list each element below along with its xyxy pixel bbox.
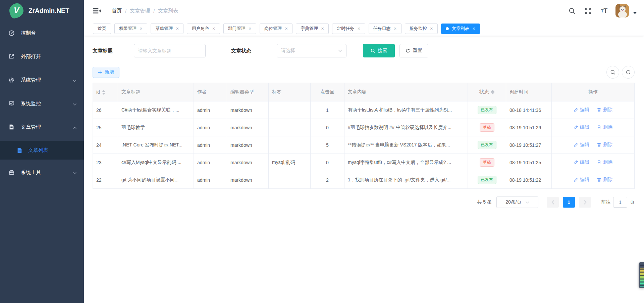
chevron-right-icon xyxy=(584,200,587,205)
chevron-left-icon xyxy=(551,200,554,205)
level-meter-widget[interactable] xyxy=(639,262,644,288)
chevron-down-icon xyxy=(73,170,76,175)
table-tools xyxy=(606,66,635,79)
article-status-select[interactable]: 请选择 xyxy=(277,44,346,57)
breadcrumb-item: 文章列表 xyxy=(158,8,178,14)
delete-button[interactable]: 删除 xyxy=(597,142,612,148)
chevron-up-icon xyxy=(73,124,76,130)
edit-button[interactable]: 编辑 xyxy=(574,124,589,130)
close-icon[interactable]: ✕ xyxy=(249,27,252,31)
monitor-icon xyxy=(8,100,15,107)
page-number-button[interactable]: 1 xyxy=(563,197,575,208)
sidebar-item-article[interactable]: 文章管理 xyxy=(0,118,84,136)
page-label: 页 xyxy=(630,199,635,205)
cell-editor: markdown xyxy=(227,171,269,189)
tab-label: 用户角色 xyxy=(192,26,209,32)
tab-label: 部门管理 xyxy=(228,26,246,32)
avatar[interactable] xyxy=(615,4,629,17)
column-header-status[interactable]: 状态 xyxy=(468,83,506,101)
close-icon[interactable]: ✕ xyxy=(321,27,324,31)
sort-icon[interactable] xyxy=(102,90,105,95)
edit-button[interactable]: 编辑 xyxy=(574,142,589,148)
delete-button[interactable]: 删除 xyxy=(597,159,612,165)
edit-button[interactable]: 编辑 xyxy=(574,107,589,113)
tab[interactable]: 菜单管理 ✕ xyxy=(151,24,183,34)
close-icon[interactable]: ✕ xyxy=(212,27,215,31)
search-icon[interactable] xyxy=(569,7,576,14)
delete-button[interactable]: 删除 xyxy=(597,124,612,130)
user-menu-caret-icon[interactable] xyxy=(633,12,637,16)
tab[interactable]: 字典管理 ✕ xyxy=(296,24,329,34)
tab[interactable]: 定时任务 ✕ xyxy=(332,24,365,34)
trash-icon xyxy=(597,142,601,147)
table-row: 26 C#两个list集合实现关联，... admin markdown 1 有… xyxy=(93,101,635,119)
cell-hits: 0 xyxy=(311,119,344,136)
tab[interactable]: 服务监控 ✕ xyxy=(405,24,438,34)
cell-created: 08-18 14:41:36 xyxy=(506,101,552,119)
edit-button[interactable]: 编辑 xyxy=(574,159,589,165)
column-header-id[interactable]: id xyxy=(93,83,118,101)
article-title-input[interactable] xyxy=(134,44,206,57)
sidebar: V ZrAdmin.NET 控制台 外部打开 系统管理 xyxy=(0,0,84,303)
sidebar-item-external[interactable]: 外部打开 xyxy=(0,47,84,66)
sort-icon[interactable] xyxy=(491,90,494,94)
close-icon[interactable]: ✕ xyxy=(285,27,288,31)
sidebar-item-label: 系统管理 xyxy=(21,77,73,83)
sidebar-item-article-list[interactable]: 文章列表 xyxy=(0,141,84,160)
cell-hits: 0 xyxy=(311,154,344,171)
sidebar-item-tools[interactable]: 系统工具 xyxy=(0,163,84,182)
close-icon[interactable]: ✕ xyxy=(140,27,143,31)
sidebar-item-label: 文章管理 xyxy=(21,124,73,130)
sidebar-item-system[interactable]: 系统管理 xyxy=(0,71,84,89)
cell-tag: mysql,乱码 xyxy=(269,154,311,171)
edit-icon xyxy=(574,125,578,130)
breadcrumb: 首页 / 文章管理 / 文章列表 xyxy=(112,8,178,14)
status-badge: 草稿 xyxy=(480,158,494,166)
cell-editor: markdown xyxy=(227,119,269,136)
search-button[interactable]: 搜索 xyxy=(363,44,395,57)
edit-button[interactable]: 编辑 xyxy=(574,177,589,183)
status-badge: 已发布 xyxy=(478,106,496,114)
delete-button[interactable]: 删除 xyxy=(597,177,612,183)
reset-button[interactable]: 重置 xyxy=(399,44,428,57)
collapse-sidebar-icon[interactable] xyxy=(93,8,101,14)
tab[interactable]: 权限管理 ✕ xyxy=(114,24,147,34)
close-icon[interactable]: ✕ xyxy=(472,27,475,31)
close-icon[interactable]: ✕ xyxy=(430,27,433,31)
breadcrumb-home[interactable]: 首页 xyxy=(112,8,122,14)
text-size-icon[interactable]: TT xyxy=(601,7,607,14)
close-icon[interactable]: ✕ xyxy=(176,27,179,31)
tab[interactable]: 首页 ✕ xyxy=(93,24,111,34)
tab[interactable]: 部门管理 ✕ xyxy=(223,24,256,34)
cell-tag xyxy=(269,119,311,136)
cell-id: 24 xyxy=(93,136,118,154)
sidebar-item-monitor[interactable]: 系统监控 xyxy=(0,94,84,113)
goto-page-input[interactable] xyxy=(613,197,627,208)
topbar-actions: TT xyxy=(559,4,637,17)
filter-status-label: 文章状态 xyxy=(231,48,255,54)
fullscreen-icon[interactable] xyxy=(585,7,592,14)
pagination-total: 共 5 条 xyxy=(477,199,492,205)
sidebar-item-label: 系统工具 xyxy=(21,169,73,176)
prev-page-button[interactable] xyxy=(547,197,559,208)
cell-title: C#两个list集合实现关联，... xyxy=(118,101,194,119)
cell-hits: 5 xyxy=(311,136,344,154)
refresh-icon xyxy=(406,48,410,53)
sidebar-item-dashboard[interactable]: 控制台 xyxy=(0,24,84,42)
close-icon[interactable]: ✕ xyxy=(357,27,360,31)
refresh-button[interactable] xyxy=(622,66,635,79)
next-page-button[interactable] xyxy=(579,197,591,208)
search-toggle-button[interactable] xyxy=(606,66,619,79)
close-icon[interactable]: ✕ xyxy=(394,27,397,31)
tabs-bar: 首页 ✕ 权限管理 ✕ 菜单管理 ✕ 用户角色 xyxy=(84,21,644,36)
tab[interactable]: 岗位管理 ✕ xyxy=(260,24,292,34)
breadcrumb-item[interactable]: 文章管理 xyxy=(130,8,150,14)
delete-button[interactable]: 删除 xyxy=(597,107,612,113)
tab[interactable]: 用户角色 ✕ xyxy=(187,24,220,34)
tab[interactable]: 任务日志 ✕ xyxy=(369,24,401,34)
add-button[interactable]: 新增 xyxy=(93,67,119,78)
filter-form: 文章标题 文章状态 请选择 搜索 重置 xyxy=(93,44,635,57)
page-size-select[interactable]: 20条/页 xyxy=(496,197,538,208)
logo: V ZrAdmin.NET xyxy=(0,0,84,21)
tab[interactable]: 文章列表 ✕ xyxy=(441,24,480,34)
